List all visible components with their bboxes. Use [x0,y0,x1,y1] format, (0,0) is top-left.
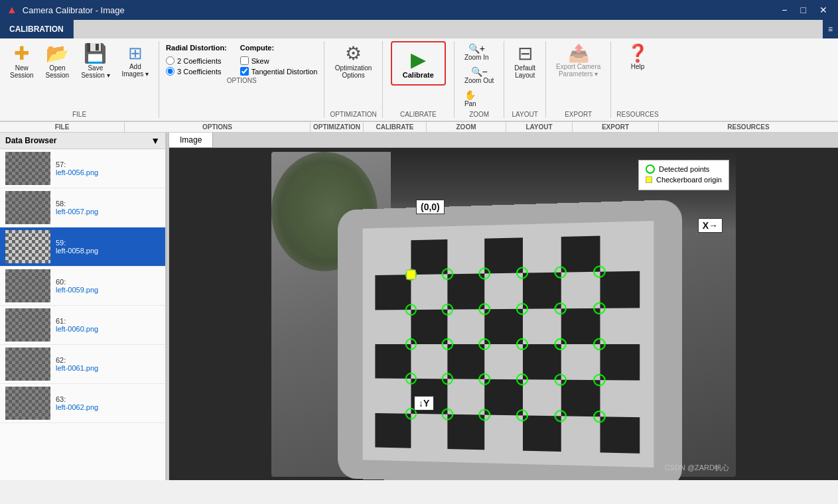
thumb-57 [5,152,50,185]
ribbon-content: ✚ NewSession 📂 OpenSession 💾 SaveSession… [0,38,838,122]
section-calibrate: CALIBRATE [364,122,427,132]
skew-label: Skew [251,57,269,65]
item-info-59: 59: left-0058.png [56,239,98,255]
app-logo-icon: ▲ [7,4,17,16]
sidebar-item-58[interactable]: 58: left-0057.png [0,188,165,227]
section-bar: FILE OPTIONS OPTIMIZATION CALIBRATE ZOOM… [0,122,838,133]
cell [448,308,485,344]
zoom-out-label: Zoom Out [464,77,494,84]
tangential-checkbox-input[interactable] [240,67,249,76]
section-layout: LAYOUT [506,122,573,132]
section-file: FILE [0,122,125,132]
sidebar-collapse-icon[interactable]: ▼ [151,135,160,146]
minimize-button[interactable]: − [778,5,791,15]
pan-button[interactable]: ✋ Pan [460,88,481,109]
checker-grid-svg [375,235,640,454]
sidebar-item-63[interactable]: 63: left-0062.png [0,384,165,423]
thumb-62 [5,347,50,381]
zoom-in-label: Zoom In [464,54,489,61]
save-session-button[interactable]: 💾 SaveSession ▾ [76,41,114,82]
sidebar-item-62[interactable]: 62: left-0061.png [0,345,165,384]
item-num-57: 57: [56,160,98,168]
coeff3-label: 3 Coefficients [177,68,221,76]
item-label-57: left-0056.png [56,168,98,176]
main-area: Data Browser ▼ 57: left-0056.png 58: lef… [0,133,838,480]
watermark: CSDN @ZARD帆心 [665,463,729,473]
zoom-in-icon: 🔍+ [468,43,485,54]
skew-checkbox[interactable]: Skew [240,56,318,65]
radial-distortion-label: Radial Distortion: [166,44,227,52]
options-group-label: OPTIONS [166,77,317,84]
cell [485,379,523,415]
cell [561,380,600,416]
legend-origin: Checkerboard origin [646,176,722,184]
cell [375,275,411,310]
skew-checkbox-input[interactable] [240,56,249,65]
content-tabs: Image [169,133,838,148]
open-session-icon: 📂 [46,44,69,63]
zoom-in-button[interactable]: 🔍+ Zoom In [460,41,494,63]
export-params-button[interactable]: 📤 Export CameraParameters ▾ [551,41,605,81]
maximize-button[interactable]: □ [797,5,810,15]
cell [411,344,448,379]
chess-container: (0,0) X→ ↓Y Detected points [169,148,838,480]
export-group: 📤 Export CameraParameters ▾ EXPORT [546,41,611,118]
close-button[interactable]: ✕ [815,5,831,15]
optimization-label: OptimizationOptions [335,64,372,79]
cell [561,272,600,308]
optimization-group: ⚙ OptimizationOptions OPTIMIZATION [324,41,382,118]
cell [448,344,485,379]
coeff3-radio-input[interactable] [166,67,175,76]
zoom-group-items: 🔍+ Zoom In 🔍− Zoom Out ✋ Pan [460,41,498,109]
cell [411,274,448,309]
sidebar-item-61[interactable]: 61: left-0060.png [0,306,165,345]
coeff2-label: 2 Coefficients [177,57,221,65]
section-zoom: ZOOM [427,122,506,132]
cell [375,309,411,344]
item-info-62: 62: left-0061.png [56,356,98,372]
new-session-button[interactable]: ✚ NewSession [5,41,38,82]
coeff3-radio[interactable]: 3 Coefficients [166,67,227,76]
section-export: EXPORT [573,122,659,132]
ribbon-expand-button[interactable]: ≡ [823,20,838,38]
sidebar-item-60[interactable]: 60: left-0059.png [0,267,165,306]
zoom-out-button[interactable]: 🔍− Zoom Out [460,64,498,86]
calibrate-label: Calibrate [403,71,434,79]
calibrate-btn-wrap: ▶ Calibrate [391,41,446,86]
item-num-62: 62: [56,356,98,364]
open-session-button[interactable]: 📂 OpenSession [41,41,74,82]
legend-origin-label: Checkerboard origin [656,176,722,184]
help-icon: ❓ [627,44,648,62]
legend-green-circle-icon [646,164,655,174]
sidebar-item-59[interactable]: 59: left-0058.png [0,227,165,267]
file-group-label: FILE [72,111,86,118]
pan-label: Pan [464,100,476,107]
optimization-options-button[interactable]: ⚙ OptimizationOptions [330,41,377,82]
sidebar-title: Data Browser [5,136,56,145]
cell [485,414,523,450]
tab-calibration[interactable]: CALIBRATION [0,20,74,38]
tab-image[interactable]: Image [169,133,213,147]
item-label-63: left-0062.png [56,403,98,411]
resources-group: ❓ Help RESOURCES [611,41,663,118]
cell [411,413,448,449]
calibrate-button[interactable]: ▶ Calibrate [393,44,443,83]
sidebar-scroll[interactable]: 57: left-0056.png 58: left-0057.png 59: … [0,149,165,480]
origin-label: (0,0) [416,200,445,214]
coeff2-radio-input[interactable] [166,56,175,65]
coeff2-radio[interactable]: 2 Coefficients [166,56,227,65]
cell [600,344,640,380]
resources-group-label: RESOURCES [616,111,658,118]
add-images-label: AddImages ▾ [122,63,149,78]
save-session-icon: 💾 [84,44,107,63]
item-num-63: 63: [56,395,98,403]
sidebar-item-57[interactable]: 57: left-0056.png [0,149,165,188]
help-button[interactable]: ❓ Help [622,41,653,74]
zoom-out-icon: 🔍− [471,66,488,77]
tangential-checkbox[interactable]: Tangential Distortion [240,67,318,76]
cell [600,235,640,272]
add-images-button[interactable]: ⊞ AddImages ▾ [117,41,154,81]
default-layout-button[interactable]: ⊟ DefaultLayout [510,41,540,82]
open-session-label: OpenSession [46,64,70,79]
cell [523,344,561,379]
